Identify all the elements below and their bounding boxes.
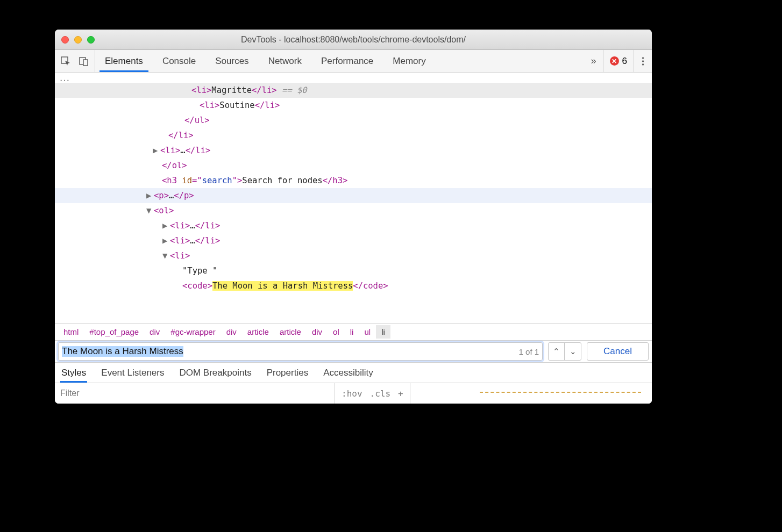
device-toolbar-icon[interactable]: [79, 56, 89, 67]
dom-tree-row[interactable]: ▶<p>…</p>: [55, 188, 652, 203]
breadcrumb-item[interactable]: div: [221, 325, 242, 339]
dom-tree-row[interactable]: ▶<li>…</li>: [55, 143, 652, 158]
disclosure-triangle-icon[interactable]: ▶: [146, 188, 153, 203]
breadcrumb-item[interactable]: #top_of_page: [84, 325, 144, 339]
panel-tabs: Elements Console Sources Network Perform…: [95, 50, 585, 72]
styles-metrics-area: [410, 383, 652, 404]
breadcrumb-item[interactable]: li: [376, 325, 390, 339]
sidebar-tabs: Styles Event Listeners DOM Breakpoints P…: [55, 363, 652, 383]
dom-tree-row[interactable]: "Type ": [55, 263, 652, 278]
styles-toolbar: Filter :hov .cls +: [55, 383, 652, 404]
svg-point-4: [642, 60, 644, 62]
dom-tree-row[interactable]: ▶<li>…</li>: [55, 218, 652, 233]
inspect-element-icon[interactable]: [60, 56, 71, 67]
breadcrumb-item[interactable]: div: [307, 325, 328, 339]
styles-filter-input[interactable]: Filter: [55, 383, 335, 404]
search-input-value: The Moon is a Harsh Mistress: [62, 346, 183, 357]
breadcrumb-item[interactable]: div: [144, 325, 165, 339]
box-model-margin-edge: [480, 392, 641, 395]
dom-tree-row[interactable]: <li>Soutine</li>: [55, 98, 652, 113]
breadcrumb-item[interactable]: ol: [328, 325, 345, 339]
dom-tree-row[interactable]: ▼<ol>: [55, 203, 652, 218]
disclosure-triangle-icon[interactable]: ▼: [146, 203, 153, 218]
dom-tree-row[interactable]: <code>The Moon is a Harsh Mistress</code…: [55, 278, 652, 293]
error-icon: ✕: [610, 56, 619, 66]
tab-elements[interactable]: Elements: [95, 50, 153, 72]
sidebar-tab-event-listeners[interactable]: Event Listeners: [101, 368, 164, 378]
devtools-window: DevTools - localhost:8080/web/tools/chro…: [55, 30, 652, 404]
tab-network[interactable]: Network: [259, 50, 311, 72]
breadcrumb-item[interactable]: #gc-wrapper: [165, 325, 221, 339]
window-title: DevTools - localhost:8080/web/tools/chro…: [55, 35, 652, 45]
new-style-rule-button[interactable]: +: [398, 389, 403, 399]
breadcrumb-item[interactable]: li: [345, 325, 359, 339]
toggle-hov[interactable]: :hov: [342, 389, 362, 399]
settings-menu-icon[interactable]: [634, 50, 652, 72]
sidebar-tab-properties[interactable]: Properties: [267, 368, 308, 378]
disclosure-triangle-icon[interactable]: ▶: [162, 233, 169, 248]
breadcrumb-item[interactable]: html: [58, 325, 84, 339]
search-input[interactable]: The Moon is a Harsh Mistress 1 of 1: [58, 342, 543, 361]
tree-overflow-indicator: …: [55, 73, 652, 82]
sidebar-tab-dom-breakpoints[interactable]: DOM Breakpoints: [179, 368, 251, 378]
more-tabs-button[interactable]: »: [585, 50, 603, 72]
main-toolbar: Elements Console Sources Network Perform…: [55, 50, 652, 73]
search-cancel-button[interactable]: Cancel: [587, 342, 649, 361]
dom-tree[interactable]: <li>Magritte</li> == $0<li>Soutine</li><…: [55, 82, 652, 323]
tab-console[interactable]: Console: [153, 50, 205, 72]
dom-tree-row[interactable]: ▼<li>: [55, 248, 652, 263]
tab-sources[interactable]: Sources: [205, 50, 258, 72]
dom-tree-row[interactable]: <li>Magritte</li> == $0: [55, 83, 652, 98]
error-count-number: 6: [622, 56, 627, 67]
dom-tree-row[interactable]: ▶<li>…</li>: [55, 233, 652, 248]
sidebar-tab-styles[interactable]: Styles: [61, 368, 86, 378]
svg-point-3: [642, 57, 644, 59]
search-bar: The Moon is a Harsh Mistress 1 of 1 ⌃ ⌄ …: [55, 340, 652, 363]
tab-performance[interactable]: Performance: [311, 50, 383, 72]
titlebar: DevTools - localhost:8080/web/tools/chro…: [55, 30, 652, 50]
styles-toggles: :hov .cls +: [335, 383, 410, 404]
styles-filter-placeholder: Filter: [60, 389, 80, 398]
tab-memory[interactable]: Memory: [383, 50, 435, 72]
dom-tree-row[interactable]: </ul>: [55, 113, 652, 128]
disclosure-triangle-icon[interactable]: ▶: [162, 218, 169, 233]
search-prev-button[interactable]: ⌃: [549, 343, 565, 360]
search-nav-buttons: ⌃ ⌄: [548, 342, 581, 361]
breadcrumb-item[interactable]: ul: [359, 325, 376, 339]
error-count[interactable]: ✕ 6: [603, 50, 634, 72]
dom-tree-row[interactable]: </ol>: [55, 158, 652, 173]
dom-tree-row[interactable]: <h3 id="search">Search for nodes</h3>: [55, 173, 652, 188]
toggle-cls[interactable]: .cls: [370, 389, 391, 399]
toolbar-left: [55, 50, 95, 72]
svg-point-5: [642, 63, 644, 65]
search-result-count: 1 of 1: [519, 347, 539, 356]
breadcrumb-item[interactable]: article: [242, 325, 274, 339]
dom-breadcrumbs: html#top_of_pagediv#gc-wrapperdivarticle…: [55, 323, 652, 340]
sidebar-tab-accessibility[interactable]: Accessibility: [323, 368, 373, 378]
disclosure-triangle-icon[interactable]: ▼: [162, 248, 169, 263]
search-next-button[interactable]: ⌄: [565, 343, 581, 360]
dom-tree-pane: … <li>Magritte</li> == $0<li>Soutine</li…: [55, 73, 652, 404]
disclosure-triangle-icon[interactable]: ▶: [153, 143, 159, 158]
dom-tree-row[interactable]: </li>: [55, 128, 652, 143]
svg-rect-2: [83, 60, 88, 66]
breadcrumb-item[interactable]: article: [274, 325, 307, 339]
